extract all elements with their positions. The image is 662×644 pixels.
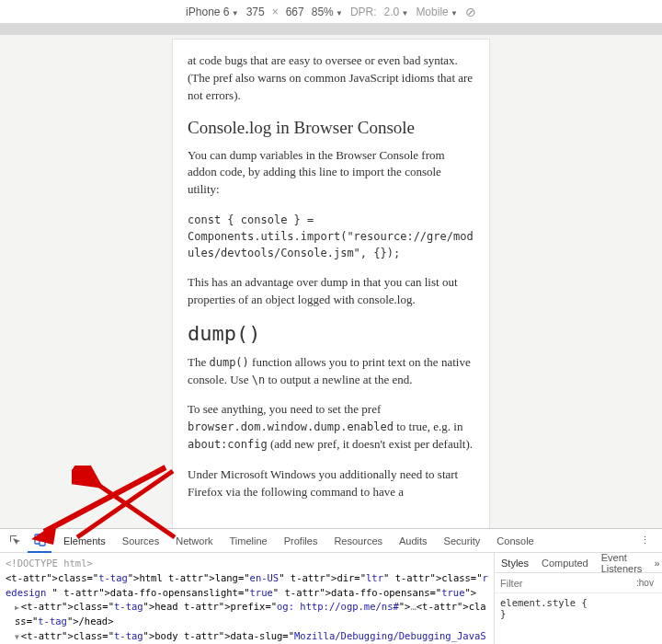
tab-profiles[interactable]: Profiles	[276, 529, 326, 553]
doctype-line[interactable]: <!DOCTYPE html>	[6, 557, 488, 571]
hov-toggle[interactable]: :hov	[633, 578, 657, 588]
inspect-element-icon[interactable]	[4, 529, 28, 553]
device-toolbar: iPhone 6 375 × 667 85% DPR: 2.0 Mobile ⊘	[0, 0, 662, 24]
tab-timeline[interactable]: Timeline	[222, 529, 276, 553]
element-style-rule-close[interactable]: }	[500, 608, 656, 619]
tab-elements[interactable]: Elements	[55, 529, 114, 553]
viewport-height[interactable]: 667	[286, 6, 304, 18]
toggle-device-mode-icon[interactable]	[28, 529, 51, 553]
device-frame[interactable]: at code bugs that are easy to oversee or…	[172, 39, 490, 532]
tab-security[interactable]: Security	[436, 529, 489, 553]
device-select[interactable]: iPhone 6	[186, 6, 239, 18]
code-block: const { console } = Components.utils.imp…	[188, 212, 474, 261]
styles-tab-styles[interactable]: Styles	[495, 553, 535, 572]
devtools-panel: Elements Sources Network Timeline Profil…	[0, 528, 662, 644]
body-text: The dump() function allows you to print …	[188, 354, 474, 389]
dpr-select[interactable]: 2.0	[384, 6, 409, 18]
tab-console[interactable]: Console	[488, 529, 542, 553]
html-element-line[interactable]: <t-attr">class="t-tag">html t-attr">lang…	[6, 571, 488, 601]
dpr-label: DPR:	[350, 6, 377, 18]
body-text: This has an advantage over dump in that …	[188, 274, 474, 309]
devtools-menu-icon[interactable]: ⋮	[634, 535, 656, 546]
devtools-tabbar: Elements Sources Network Timeline Profil…	[0, 529, 662, 553]
styles-sidebar: Styles Computed Event Listeners » :hov .…	[495, 553, 662, 644]
body-element-line[interactable]: <t-attr">class="t-tag">body t-attr">data…	[6, 629, 488, 644]
tab-resources[interactable]: Resources	[325, 529, 391, 553]
ruler-band	[0, 24, 662, 35]
tab-sources[interactable]: Sources	[114, 529, 167, 553]
elements-tree[interactable]: <!DOCTYPE html> <t-attr">class="t-tag">h…	[0, 553, 495, 644]
styles-tab-eventlisteners[interactable]: Event Listeners	[595, 553, 649, 572]
head-element-line[interactable]: <t-attr">class="t-tag">head t-attr">pref…	[6, 600, 488, 629]
svg-rect-6	[40, 538, 45, 546]
styles-filter-input[interactable]	[495, 578, 633, 589]
body-text: You can dump variables in the Browser Co…	[188, 147, 474, 200]
section-heading: Console.log in Browser Console	[188, 118, 474, 138]
tab-network[interactable]: Network	[167, 529, 221, 553]
body-text: Under Microsoft Windows you additionally…	[188, 466, 474, 501]
subsection-heading: dump()	[188, 322, 474, 345]
viewport-area: at code bugs that are easy to oversee or…	[0, 35, 662, 528]
body-text: To see anything, you need to set the pre…	[188, 401, 474, 454]
element-style-rule[interactable]: element.style {	[500, 597, 656, 608]
viewport-width[interactable]: 375	[246, 6, 265, 18]
dimension-separator: ×	[272, 6, 279, 18]
styles-tabs-overflow-icon[interactable]: »	[648, 558, 662, 569]
zoom-select[interactable]: 85%	[312, 6, 343, 18]
styles-filter-row: :hov .cls	[495, 573, 662, 593]
tab-audits[interactable]: Audits	[391, 529, 436, 553]
no-throttle-icon[interactable]: ⊘	[465, 5, 476, 19]
mode-select[interactable]: Mobile	[416, 6, 458, 18]
style-rules[interactable]: element.style { }	[495, 593, 662, 623]
body-text: at code bugs that are easy to oversee or…	[188, 52, 474, 105]
styles-tab-computed[interactable]: Computed	[535, 553, 595, 572]
pin-icon[interactable]	[657, 580, 662, 586]
styles-tabs: Styles Computed Event Listeners »	[495, 553, 662, 573]
